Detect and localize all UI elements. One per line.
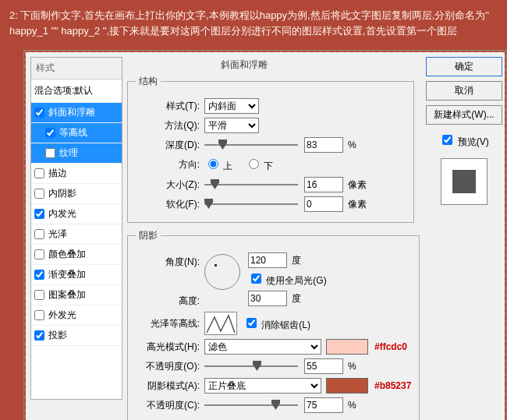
depth-input[interactable]	[304, 137, 343, 153]
shadow-opacity-label: 不透明度(C):	[136, 399, 204, 412]
settings-panel: 斜面和浮雕 结构 样式(T): 内斜面 方法(Q): 平滑 深度(D): % 方…	[127, 57, 414, 420]
style-stroke[interactable]: 描边	[31, 164, 122, 184]
gloss-label: 光泽等高线:	[136, 317, 204, 330]
size-unit: 像素	[348, 178, 367, 192]
style-satin[interactable]: 光泽	[31, 224, 122, 245]
depth-label: 深度(D):	[136, 139, 204, 152]
shadow-opacity-input[interactable]	[304, 397, 343, 413]
highlight-mode-label: 高光模式(H):	[136, 341, 204, 354]
checkbox[interactable]	[34, 249, 44, 259]
new-style-button[interactable]: 新建样式(W)...	[426, 105, 502, 125]
styles-list-panel: 样式 混合选项:默认 斜面和浮雕 等高线 纹理 描边 内阴影 内发光 光泽 颜色…	[30, 57, 122, 400]
altitude-label: 高度:	[136, 295, 204, 308]
style-color-overlay[interactable]: 颜色叠加	[31, 245, 122, 265]
ok-button[interactable]: 确定	[426, 57, 502, 76]
label: 外发光	[48, 309, 76, 322]
size-label: 大小(Z):	[136, 178, 204, 192]
preview-box	[441, 158, 488, 205]
angle-label: 角度(N):	[136, 252, 204, 269]
technique-label: 方法(Q):	[136, 119, 204, 132]
depth-slider[interactable]	[204, 139, 298, 150]
style-pattern-overlay[interactable]: 图案叠加	[31, 285, 122, 305]
structure-legend: 结构	[136, 75, 161, 88]
checkbox[interactable]	[34, 229, 44, 239]
label: 内发光	[48, 207, 76, 221]
checkbox[interactable]	[34, 270, 44, 280]
gloss-contour-picker[interactable]	[204, 312, 237, 335]
soften-unit: 像素	[348, 198, 367, 211]
direction-label: 方向:	[136, 158, 204, 171]
highlight-hex-label: #ffcdc0	[374, 341, 407, 352]
soften-slider[interactable]	[204, 199, 298, 210]
highlight-opacity-label: 不透明度(O):	[136, 360, 204, 373]
shadow-hex-label: #b85237	[374, 380, 411, 391]
panel-title: 斜面和浮雕	[221, 58, 414, 72]
style-label: 样式(T):	[136, 100, 204, 113]
preview-checkbox[interactable]: 预览(V)	[439, 132, 488, 149]
label: 光泽	[48, 228, 67, 241]
style-contour[interactable]: 等高线	[31, 123, 122, 143]
style-drop-shadow[interactable]: 投影	[31, 326, 122, 346]
antialias-check[interactable]: 消除锯齿(L)	[243, 316, 310, 332]
label: 描边	[48, 167, 67, 180]
highlight-mode-select[interactable]: 滤色	[204, 339, 321, 355]
shadow-color-swatch[interactable]	[326, 378, 368, 394]
highlight-opacity-slider[interactable]	[204, 361, 298, 372]
structure-group: 结构 样式(T): 内斜面 方法(Q): 平滑 深度(D): % 方向: 上 下…	[127, 75, 414, 223]
checkbox[interactable]	[34, 168, 44, 178]
shading-group: 阴影 角度(N): 度 使用全局光(G) 度 高度: 光泽等高线: 消除锯齿(L…	[127, 229, 420, 420]
soften-label: 软化(F):	[136, 198, 204, 211]
label: 图案叠加	[48, 288, 86, 302]
angle-input[interactable]	[248, 252, 287, 268]
style-outer-glow[interactable]: 外发光	[31, 305, 122, 326]
label: 纹理	[59, 146, 78, 160]
blending-options-row[interactable]: 混合选项:默认	[31, 79, 122, 103]
radio-up[interactable]	[208, 159, 218, 169]
checkbox[interactable]	[34, 189, 44, 199]
checkbox[interactable]	[34, 108, 44, 118]
style-inner-shadow[interactable]: 内阴影	[31, 184, 122, 204]
checkbox[interactable]	[34, 310, 44, 320]
size-input[interactable]	[304, 177, 343, 192]
style-texture[interactable]: 纹理	[31, 143, 122, 164]
style-inner-glow[interactable]: 内发光	[31, 204, 122, 224]
preview-swatch	[452, 170, 476, 193]
label: 内阴影	[48, 187, 76, 200]
altitude-unit: 度	[292, 292, 301, 305]
label: 颜色叠加	[48, 248, 86, 261]
direction-down[interactable]: 下	[245, 161, 273, 171]
label: 渐变叠加	[48, 268, 86, 281]
checkbox[interactable]	[45, 128, 55, 138]
shadow-opacity-slider[interactable]	[204, 400, 298, 411]
highlight-opacity-unit: %	[348, 361, 356, 372]
soften-input[interactable]	[304, 196, 343, 212]
style-gradient-overlay[interactable]: 渐变叠加	[31, 265, 122, 285]
label: 投影	[48, 329, 67, 342]
styles-header: 样式	[31, 58, 122, 79]
altitude-input[interactable]	[248, 291, 287, 306]
label: 等高线	[59, 126, 87, 139]
depth-unit: %	[348, 139, 356, 150]
shading-legend: 阴影	[136, 229, 161, 242]
checkbox[interactable]	[45, 148, 55, 158]
checkbox[interactable]	[34, 209, 44, 219]
style-select[interactable]: 内斜面	[204, 98, 259, 114]
highlight-color-swatch[interactable]	[326, 339, 368, 355]
cancel-button[interactable]: 取消	[426, 81, 502, 101]
shadow-mode-select[interactable]: 正片叠底	[204, 378, 321, 394]
global-light-check[interactable]: 使用全局光(G)	[248, 275, 327, 286]
checkbox[interactable]	[34, 330, 44, 341]
layer-style-dialog: 样式 混合选项:默认 斜面和浮雕 等高线 纹理 描边 内阴影 内发光 光泽 颜色…	[23, 50, 507, 420]
style-bevel-emboss[interactable]: 斜面和浮雕	[31, 103, 122, 123]
checkbox[interactable]	[34, 290, 44, 300]
shadow-opacity-unit: %	[348, 400, 356, 411]
size-slider[interactable]	[204, 179, 298, 190]
shadow-mode-label: 阴影模式(A):	[136, 379, 204, 393]
angle-dial[interactable]	[204, 254, 240, 290]
radio-down[interactable]	[249, 159, 259, 169]
technique-select[interactable]: 平滑	[204, 118, 259, 133]
instruction-text: 2: 下面制作文字,首先在画布上打出你的文字,本例教程以happy为例,然后将此…	[0, 0, 507, 43]
angle-unit: 度	[292, 255, 301, 266]
highlight-opacity-input[interactable]	[304, 358, 343, 374]
direction-up[interactable]: 上	[204, 161, 232, 171]
